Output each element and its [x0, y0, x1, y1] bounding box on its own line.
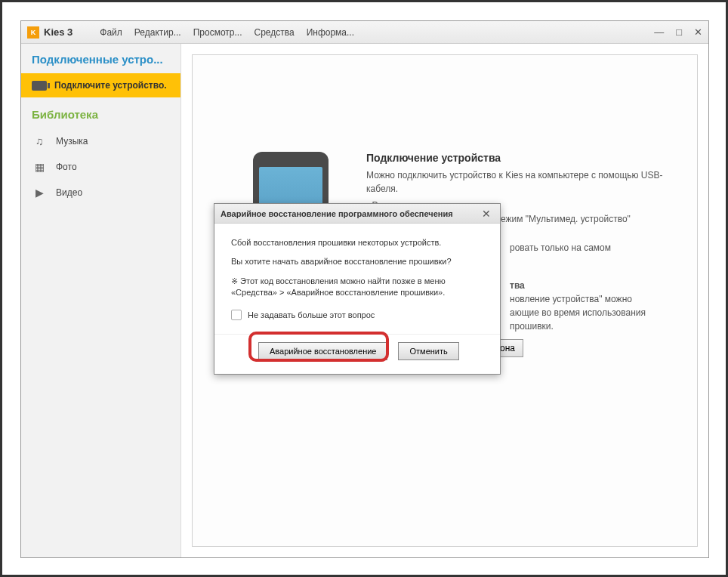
- maximize-button[interactable]: □: [676, 26, 682, 38]
- menu-file[interactable]: Файл: [95, 24, 127, 41]
- emergency-recover-button[interactable]: Аварийное восстановление: [258, 342, 387, 360]
- device-icon: [32, 81, 47, 91]
- music-icon: ♫: [32, 134, 47, 148]
- dialog-close-button[interactable]: ✕: [479, 208, 494, 220]
- sidebar-item-label: Видео: [56, 187, 82, 198]
- dialog-title: Аварийное восстановление программного об…: [221, 209, 479, 218]
- dialog-body: Сбой восстановления прошивки некоторых у…: [214, 224, 500, 334]
- dialog-titlebar: Аварийное восстановление программного об…: [214, 204, 500, 224]
- emergency-recovery-dialog: Аварийное восстановление программного об…: [214, 203, 501, 375]
- dont-ask-checkbox[interactable]: [231, 310, 242, 320]
- partial-text-3: новление устройства" можно: [510, 294, 632, 304]
- sidebar-item-label: Музыка: [56, 136, 88, 147]
- connection-title: Подключение устройства: [366, 152, 682, 164]
- connection-subtitle: Можно подключить устройство к Kies на ко…: [366, 168, 682, 196]
- menu-edit[interactable]: Редактир...: [130, 24, 186, 41]
- menu-view[interactable]: Просмотр...: [189, 24, 247, 41]
- dont-ask-label: Не задавать больше этот вопрос: [248, 310, 375, 319]
- sidebar-item-music[interactable]: ♫ Музыка: [21, 128, 180, 154]
- menu-tools[interactable]: Средства: [249, 24, 298, 41]
- sidebar-item-video[interactable]: ▶ Видео: [21, 180, 180, 205]
- connected-devices-header: Подключенные устро...: [21, 44, 180, 73]
- partial-text-2: тва: [510, 280, 525, 291]
- sidebar-item-connect-device[interactable]: Подключите устройство.: [21, 73, 180, 97]
- dialog-footer: Аварийное восстановление Отменить: [214, 334, 500, 374]
- library-header: Библиотека: [21, 97, 180, 128]
- partial-text-1: ровать только на самом: [510, 242, 611, 253]
- app-icon: K: [27, 26, 39, 39]
- dialog-message-2: Вы хотите начать аварийное восстановлени…: [231, 256, 483, 267]
- partial-text-4: ающие во время использования: [510, 307, 646, 318]
- dont-ask-again-row: Не задавать больше этот вопрос: [231, 310, 483, 320]
- menu-bar: Файл Редактир... Просмотр... Средства Ин…: [95, 24, 359, 41]
- dialog-message-3: ※ Этот код восстановления можно найти по…: [231, 276, 483, 299]
- sidebar: Подключенные устро... Подключите устройс…: [21, 44, 181, 557]
- sidebar-item-label: Фото: [56, 162, 77, 172]
- sidebar-item-label: Подключите устройство.: [54, 80, 167, 91]
- photo-icon: ▦: [32, 160, 47, 174]
- menu-info[interactable]: Информа...: [302, 24, 359, 41]
- close-button[interactable]: ✕: [694, 26, 702, 38]
- minimize-button[interactable]: —: [654, 26, 664, 38]
- partial-text-5: прошивки.: [510, 321, 554, 332]
- window-controls: — □ ✕: [654, 26, 702, 38]
- video-icon: ▶: [32, 186, 47, 199]
- titlebar: K Kies 3 Файл Редактир... Просмотр... Ср…: [21, 21, 708, 44]
- app-title: Kies 3: [44, 26, 72, 38]
- cancel-button[interactable]: Отменить: [398, 342, 458, 360]
- dialog-message-1: Сбой восстановления прошивки некоторых у…: [231, 237, 483, 248]
- sidebar-item-photo[interactable]: ▦ Фото: [21, 154, 180, 180]
